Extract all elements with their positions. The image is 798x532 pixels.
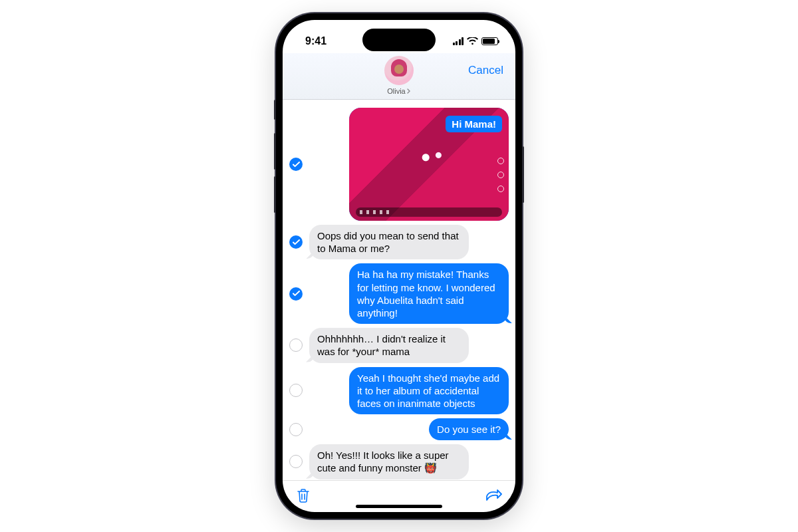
select-checkbox[interactable]: [289, 287, 303, 301]
conversation-header: Olivia Cancel: [283, 53, 515, 100]
message-row: Hi Mama!: [289, 108, 509, 221]
wifi-icon: [467, 37, 478, 45]
contact-avatar[interactable]: [384, 56, 414, 85]
select-checkbox[interactable]: [289, 423, 303, 436]
select-checkbox[interactable]: [289, 455, 303, 468]
cancel-button[interactable]: Cancel: [468, 64, 503, 77]
message-row: Yeah I thought she'd maybe add it to her…: [289, 367, 509, 415]
message-bubble[interactable]: Ohhhhhhh… I didn't realize it was for *y…: [309, 328, 469, 362]
camera-controls-icon: [495, 158, 506, 192]
contact-name[interactable]: Olivia: [387, 87, 411, 95]
message-row: Oops did you mean to send that to Mama o…: [289, 225, 509, 259]
camera-toolbar-icon: [356, 207, 502, 217]
message-row: Ohhhhhhh… I didn't realize it was for *y…: [289, 328, 509, 362]
battery-icon: [481, 37, 498, 45]
share-arrow-icon: [485, 488, 502, 503]
select-checkbox[interactable]: [289, 338, 303, 352]
message-bubble[interactable]: Do you see it?: [429, 418, 509, 440]
home-indicator[interactable]: [356, 505, 442, 508]
chevron-right-icon: [407, 88, 411, 94]
select-checkbox[interactable]: [289, 235, 303, 249]
message-bubble[interactable]: Yeah I thought she'd maybe add it to her…: [349, 367, 509, 415]
screen: 9:41 Olivia Cancel: [283, 20, 515, 512]
message-photo[interactable]: Hi Mama!: [349, 108, 509, 221]
message-row: Do you see it?: [289, 418, 509, 440]
message-row: Oh! Yes!!! It looks like a super cute an…: [289, 444, 509, 479]
delete-button[interactable]: [296, 487, 311, 505]
photo-caption: Hi Mama!: [446, 116, 502, 132]
message-bubble[interactable]: Oops did you mean to send that to Mama o…: [309, 225, 469, 259]
message-thread[interactable]: Hi Mama! Oops did you mean to send that …: [283, 100, 515, 480]
message-bubble[interactable]: Ha ha ha my mistake! Thanks for letting …: [349, 263, 509, 324]
status-time: 9:41: [305, 35, 327, 47]
dynamic-island: [362, 29, 436, 51]
select-checkbox[interactable]: [289, 158, 303, 171]
message-row: Ha ha ha my mistake! Thanks for letting …: [289, 263, 509, 324]
select-checkbox[interactable]: [289, 384, 303, 397]
share-button[interactable]: [485, 488, 502, 505]
message-bubble[interactable]: Oh! Yes!!! It looks like a super cute an…: [309, 444, 469, 479]
iphone-device-frame: 9:41 Olivia Cancel: [276, 13, 522, 519]
cellular-icon: [453, 37, 464, 45]
trash-icon: [296, 487, 311, 503]
